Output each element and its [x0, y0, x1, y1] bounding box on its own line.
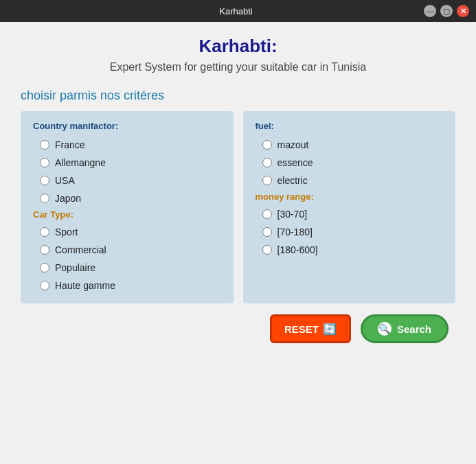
money-option-70-180[interactable]: [70-180] — [256, 227, 444, 237]
fuel-radio-group: mazout essence electric — [256, 139, 444, 186]
fuel-radio-electric[interactable] — [262, 176, 272, 185]
country-label-allemangne: Allemangne — [55, 157, 106, 168]
cartype-label-sport: Sport — [55, 227, 78, 237]
cartype-label: Car Type: — [33, 209, 221, 220]
cartype-option-hautegamme[interactable]: Haute gamme — [33, 280, 221, 291]
cartype-option-sport[interactable]: Sport — [33, 227, 221, 237]
fuel-label-essence: essence — [277, 157, 313, 168]
country-radio-france[interactable] — [40, 140, 49, 150]
country-radio-usa[interactable] — [40, 176, 49, 185]
fuel-option-essence[interactable]: essence — [256, 157, 444, 168]
country-radio-allemangne[interactable] — [40, 158, 49, 167]
title-bar: Karhabti — ▢ ✕ — [0, 0, 476, 22]
country-option-france[interactable]: France — [33, 139, 221, 150]
fuel-option-mazout[interactable]: mazout — [256, 139, 444, 150]
money-label-70-180: [70-180] — [277, 227, 313, 237]
money-label-30-70: [30-70] — [277, 209, 308, 220]
panels-row: Country manifactor: France Allemangne US… — [21, 111, 455, 303]
cartype-radio-commercial[interactable] — [40, 245, 49, 255]
country-option-allemangne[interactable]: Allemangne — [33, 157, 221, 168]
search-button[interactable]: 🔍 Search — [361, 314, 449, 343]
app-title: Karhabti: — [21, 36, 455, 57]
reset-icon: 🔄 — [323, 323, 337, 336]
country-label-japon: Japon — [55, 193, 81, 204]
fuel-label-mazout: mazout — [277, 139, 309, 150]
cartype-radio-hautegamme[interactable] — [40, 281, 49, 290]
search-icon: 🔍 — [378, 322, 392, 336]
fuel-label: fuel: — [256, 121, 444, 131]
cartype-option-commercial[interactable]: Commercial — [33, 244, 221, 255]
reset-label: RESET — [284, 323, 319, 335]
reset-button[interactable]: RESET 🔄 — [270, 314, 351, 343]
money-radio-group: [30-70] [70-180] [180-600] — [256, 209, 444, 255]
money-option-180-600[interactable]: [180-600] — [256, 244, 444, 255]
country-option-japon[interactable]: Japon — [33, 193, 221, 204]
section-heading: choisir parmis nos critéres — [21, 89, 455, 103]
window-title: Karhabti — [48, 6, 424, 16]
cartype-radio-populaire[interactable] — [40, 263, 49, 272]
fuel-label-electric: electric — [277, 175, 308, 186]
country-radio-japon[interactable] — [40, 194, 49, 203]
maximize-button[interactable]: ▢ — [440, 5, 453, 17]
country-label-france: France — [55, 139, 85, 150]
app-subtitle: Expert System for getting your suitable … — [21, 61, 455, 73]
cartype-label-commercial: Commercial — [55, 244, 106, 255]
money-radio-180-600[interactable] — [262, 245, 272, 255]
cartype-option-populaire[interactable]: Populaire — [33, 262, 221, 273]
left-panel: Country manifactor: France Allemangne US… — [21, 111, 234, 303]
main-content: Karhabti: Expert System for getting your… — [0, 22, 476, 353]
country-radio-group: France Allemangne USA Japon — [33, 139, 221, 204]
fuel-radio-mazout[interactable] — [262, 140, 272, 150]
money-label: money range: — [256, 192, 444, 202]
minimize-button[interactable]: — — [424, 5, 436, 17]
cartype-label-hautegamme: Haute gamme — [55, 280, 115, 291]
search-label: Search — [397, 323, 431, 335]
country-option-usa[interactable]: USA — [33, 175, 221, 186]
window-controls: — ▢ ✕ — [424, 5, 469, 17]
fuel-option-electric[interactable]: electric — [256, 175, 444, 186]
fuel-radio-essence[interactable] — [262, 158, 272, 167]
country-label: Country manifactor: — [33, 121, 221, 131]
footer-row: RESET 🔄 🔍 Search — [21, 314, 455, 343]
right-panel: fuel: mazout essence electric money rang… — [243, 111, 456, 303]
cartype-label-populaire: Populaire — [55, 262, 95, 273]
close-button[interactable]: ✕ — [457, 5, 469, 17]
money-radio-30-70[interactable] — [262, 209, 272, 219]
cartype-radio-group: Sport Commercial Populaire Haute gamme — [33, 227, 221, 291]
cartype-radio-sport[interactable] — [40, 227, 49, 237]
money-radio-70-180[interactable] — [262, 227, 272, 237]
country-label-usa: USA — [55, 175, 75, 186]
money-label-180-600: [180-600] — [277, 244, 318, 255]
money-option-30-70[interactable]: [30-70] — [256, 209, 444, 220]
